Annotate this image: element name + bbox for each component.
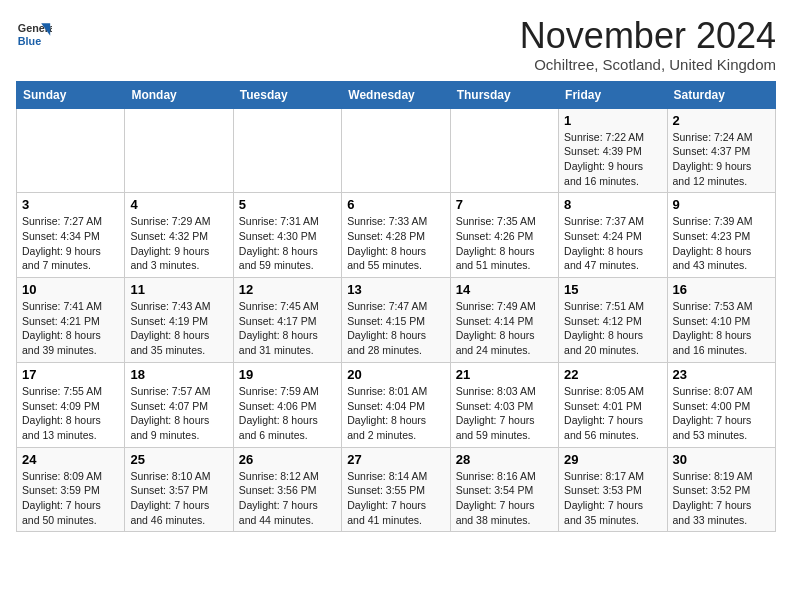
calendar-cell <box>125 108 233 193</box>
calendar-cell: 2Sunrise: 7:24 AMSunset: 4:37 PMDaylight… <box>667 108 775 193</box>
day-info: Sunrise: 8:01 AMSunset: 4:04 PMDaylight:… <box>347 384 444 443</box>
day-info: Sunrise: 7:43 AMSunset: 4:19 PMDaylight:… <box>130 299 227 358</box>
month-title: November 2024 <box>520 16 776 56</box>
day-info: Sunrise: 7:35 AMSunset: 4:26 PMDaylight:… <box>456 214 553 273</box>
day-number: 28 <box>456 452 553 467</box>
svg-text:Blue: Blue <box>18 35 41 47</box>
day-info: Sunrise: 7:29 AMSunset: 4:32 PMDaylight:… <box>130 214 227 273</box>
calendar-cell <box>233 108 341 193</box>
day-number: 8 <box>564 197 661 212</box>
day-info: Sunrise: 7:27 AMSunset: 4:34 PMDaylight:… <box>22 214 119 273</box>
day-number: 15 <box>564 282 661 297</box>
calendar-cell: 21Sunrise: 8:03 AMSunset: 4:03 PMDayligh… <box>450 362 558 447</box>
day-header-tuesday: Tuesday <box>233 81 341 108</box>
day-number: 19 <box>239 367 336 382</box>
day-number: 4 <box>130 197 227 212</box>
day-number: 9 <box>673 197 770 212</box>
location-title: Ochiltree, Scotland, United Kingdom <box>520 56 776 73</box>
calendar-cell: 24Sunrise: 8:09 AMSunset: 3:59 PMDayligh… <box>17 447 125 532</box>
calendar-cell: 18Sunrise: 7:57 AMSunset: 4:07 PMDayligh… <box>125 362 233 447</box>
day-info: Sunrise: 8:17 AMSunset: 3:53 PMDaylight:… <box>564 469 661 528</box>
calendar-cell: 8Sunrise: 7:37 AMSunset: 4:24 PMDaylight… <box>559 193 667 278</box>
day-number: 27 <box>347 452 444 467</box>
day-info: Sunrise: 7:53 AMSunset: 4:10 PMDaylight:… <box>673 299 770 358</box>
day-header-friday: Friday <box>559 81 667 108</box>
day-number: 1 <box>564 113 661 128</box>
calendar-cell: 23Sunrise: 8:07 AMSunset: 4:00 PMDayligh… <box>667 362 775 447</box>
day-number: 12 <box>239 282 336 297</box>
calendar-cell: 20Sunrise: 8:01 AMSunset: 4:04 PMDayligh… <box>342 362 450 447</box>
day-number: 26 <box>239 452 336 467</box>
day-info: Sunrise: 8:12 AMSunset: 3:56 PMDaylight:… <box>239 469 336 528</box>
day-info: Sunrise: 7:59 AMSunset: 4:06 PMDaylight:… <box>239 384 336 443</box>
day-info: Sunrise: 7:24 AMSunset: 4:37 PMDaylight:… <box>673 130 770 189</box>
day-info: Sunrise: 7:51 AMSunset: 4:12 PMDaylight:… <box>564 299 661 358</box>
calendar-cell <box>342 108 450 193</box>
day-info: Sunrise: 7:55 AMSunset: 4:09 PMDaylight:… <box>22 384 119 443</box>
day-header-thursday: Thursday <box>450 81 558 108</box>
day-number: 22 <box>564 367 661 382</box>
calendar-cell <box>17 108 125 193</box>
day-number: 29 <box>564 452 661 467</box>
day-number: 10 <box>22 282 119 297</box>
calendar-cell: 25Sunrise: 8:10 AMSunset: 3:57 PMDayligh… <box>125 447 233 532</box>
day-number: 17 <box>22 367 119 382</box>
calendar-cell: 30Sunrise: 8:19 AMSunset: 3:52 PMDayligh… <box>667 447 775 532</box>
day-info: Sunrise: 7:22 AMSunset: 4:39 PMDaylight:… <box>564 130 661 189</box>
calendar-cell: 11Sunrise: 7:43 AMSunset: 4:19 PMDayligh… <box>125 278 233 363</box>
day-number: 18 <box>130 367 227 382</box>
calendar-cell: 4Sunrise: 7:29 AMSunset: 4:32 PMDaylight… <box>125 193 233 278</box>
day-info: Sunrise: 8:03 AMSunset: 4:03 PMDaylight:… <box>456 384 553 443</box>
day-number: 6 <box>347 197 444 212</box>
calendar-cell: 17Sunrise: 7:55 AMSunset: 4:09 PMDayligh… <box>17 362 125 447</box>
week-row-1: 1Sunrise: 7:22 AMSunset: 4:39 PMDaylight… <box>17 108 776 193</box>
day-number: 5 <box>239 197 336 212</box>
days-header-row: SundayMondayTuesdayWednesdayThursdayFrid… <box>17 81 776 108</box>
logo: General Blue <box>16 16 56 52</box>
title-area: November 2024 Ochiltree, Scotland, Unite… <box>520 16 776 73</box>
day-number: 25 <box>130 452 227 467</box>
week-row-3: 10Sunrise: 7:41 AMSunset: 4:21 PMDayligh… <box>17 278 776 363</box>
header: General Blue November 2024 Ochiltree, Sc… <box>16 16 776 73</box>
calendar-cell: 3Sunrise: 7:27 AMSunset: 4:34 PMDaylight… <box>17 193 125 278</box>
day-number: 3 <box>22 197 119 212</box>
day-info: Sunrise: 7:39 AMSunset: 4:23 PMDaylight:… <box>673 214 770 273</box>
calendar-cell: 7Sunrise: 7:35 AMSunset: 4:26 PMDaylight… <box>450 193 558 278</box>
day-info: Sunrise: 7:37 AMSunset: 4:24 PMDaylight:… <box>564 214 661 273</box>
day-info: Sunrise: 7:49 AMSunset: 4:14 PMDaylight:… <box>456 299 553 358</box>
calendar-cell: 10Sunrise: 7:41 AMSunset: 4:21 PMDayligh… <box>17 278 125 363</box>
day-number: 30 <box>673 452 770 467</box>
day-number: 23 <box>673 367 770 382</box>
calendar-cell: 12Sunrise: 7:45 AMSunset: 4:17 PMDayligh… <box>233 278 341 363</box>
calendar-cell: 5Sunrise: 7:31 AMSunset: 4:30 PMDaylight… <box>233 193 341 278</box>
day-info: Sunrise: 8:10 AMSunset: 3:57 PMDaylight:… <box>130 469 227 528</box>
day-info: Sunrise: 7:57 AMSunset: 4:07 PMDaylight:… <box>130 384 227 443</box>
day-header-monday: Monday <box>125 81 233 108</box>
calendar-cell: 19Sunrise: 7:59 AMSunset: 4:06 PMDayligh… <box>233 362 341 447</box>
week-row-2: 3Sunrise: 7:27 AMSunset: 4:34 PMDaylight… <box>17 193 776 278</box>
calendar-table: SundayMondayTuesdayWednesdayThursdayFrid… <box>16 81 776 533</box>
day-info: Sunrise: 7:31 AMSunset: 4:30 PMDaylight:… <box>239 214 336 273</box>
calendar-cell: 26Sunrise: 8:12 AMSunset: 3:56 PMDayligh… <box>233 447 341 532</box>
day-info: Sunrise: 8:16 AMSunset: 3:54 PMDaylight:… <box>456 469 553 528</box>
day-number: 21 <box>456 367 553 382</box>
calendar-cell: 6Sunrise: 7:33 AMSunset: 4:28 PMDaylight… <box>342 193 450 278</box>
calendar-cell <box>450 108 558 193</box>
calendar-cell: 22Sunrise: 8:05 AMSunset: 4:01 PMDayligh… <box>559 362 667 447</box>
day-number: 14 <box>456 282 553 297</box>
calendar-cell: 27Sunrise: 8:14 AMSunset: 3:55 PMDayligh… <box>342 447 450 532</box>
day-info: Sunrise: 7:45 AMSunset: 4:17 PMDaylight:… <box>239 299 336 358</box>
day-info: Sunrise: 7:41 AMSunset: 4:21 PMDaylight:… <box>22 299 119 358</box>
day-number: 11 <box>130 282 227 297</box>
day-number: 2 <box>673 113 770 128</box>
calendar-cell: 29Sunrise: 8:17 AMSunset: 3:53 PMDayligh… <box>559 447 667 532</box>
calendar-cell: 13Sunrise: 7:47 AMSunset: 4:15 PMDayligh… <box>342 278 450 363</box>
calendar-cell: 1Sunrise: 7:22 AMSunset: 4:39 PMDaylight… <box>559 108 667 193</box>
calendar-cell: 28Sunrise: 8:16 AMSunset: 3:54 PMDayligh… <box>450 447 558 532</box>
day-header-wednesday: Wednesday <box>342 81 450 108</box>
day-info: Sunrise: 8:07 AMSunset: 4:00 PMDaylight:… <box>673 384 770 443</box>
calendar-cell: 9Sunrise: 7:39 AMSunset: 4:23 PMDaylight… <box>667 193 775 278</box>
week-row-4: 17Sunrise: 7:55 AMSunset: 4:09 PMDayligh… <box>17 362 776 447</box>
day-number: 16 <box>673 282 770 297</box>
day-number: 13 <box>347 282 444 297</box>
